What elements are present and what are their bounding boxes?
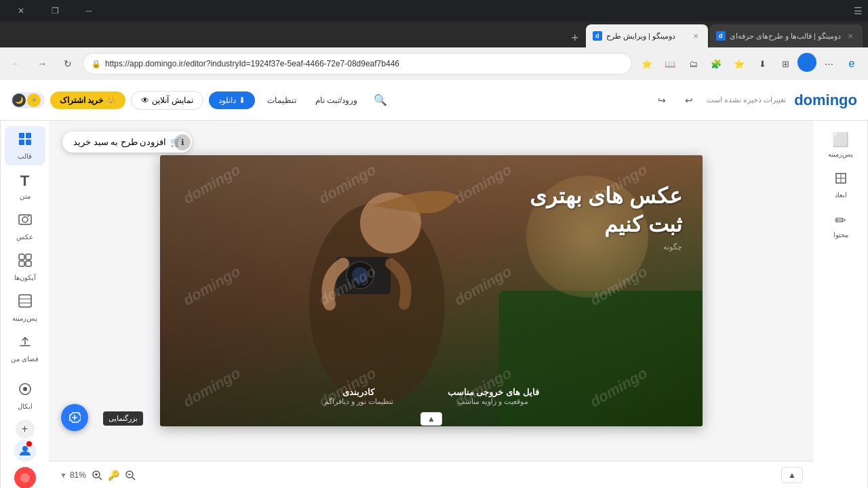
favorites-button[interactable]: ⭐ (728, 53, 750, 75)
right-tool-text[interactable]: T متن (5, 167, 45, 205)
url-bar[interactable]: 🔒 https://app.domingo.ir/editor?industry… (83, 53, 632, 75)
login-button[interactable]: ورود/ثبت نام (309, 92, 365, 109)
svg-rect-27 (26, 261, 31, 266)
download-icon: ⬇ (239, 96, 245, 105)
right-tool-upload[interactable]: فضای من (5, 329, 45, 368)
tool-background[interactable]: ⬜ پس‌زمینه (819, 126, 863, 163)
svg-rect-21 (19, 215, 31, 224)
right-tool-background[interactable]: پس‌زمینه (5, 288, 45, 327)
add-to-cart-button[interactable]: 🛒 افزودن طرح به سبد خرید (62, 131, 192, 152)
tab-1-favicon: d (716, 31, 726, 41)
download-button[interactable]: ⬇ دانلود (209, 92, 255, 109)
svg-rect-24 (19, 254, 24, 260)
svg-rect-28 (19, 295, 31, 307)
right-tool-template[interactable]: قالب (5, 126, 45, 165)
svg-rect-20 (26, 140, 31, 145)
canvas-wrapper: 🛒 افزودن طرح به سبد خرید ℹ (49, 121, 814, 461)
info-item-2: کادربندی تنظیمات نور و دیافراگم (324, 387, 393, 406)
theme-toggle[interactable]: 🌙 ☀ (11, 92, 45, 108)
tool-dimensions[interactable]: ابعاد (819, 166, 863, 204)
tab-2[interactable]: d دومینگو | ویرایش طرح ✕ (586, 24, 708, 47)
forward-button[interactable]: → (31, 53, 53, 75)
svg-rect-25 (26, 254, 31, 260)
text-label: متن (20, 192, 31, 200)
new-tab-button[interactable]: + (566, 28, 585, 47)
autosave-status: تغییرات ذخیره نشده است (707, 96, 786, 104)
right-toolbar-add-section: + (16, 420, 35, 439)
pan-tool: 🔑 (108, 470, 119, 481)
subscribe-button[interactable]: 👑 خرید اشتراک (50, 92, 125, 109)
title-bar-right: ─ ❐ ✕ (5, 0, 104, 22)
collapse-section-button[interactable]: ▲ (420, 412, 442, 426)
background-tool-label: پس‌زمینه (828, 150, 853, 158)
add-to-favorites-button[interactable]: ⭐ (636, 53, 658, 75)
restore-button[interactable]: ❐ (39, 0, 71, 22)
red-dot-button[interactable] (14, 467, 36, 488)
tab-2-favicon: d (593, 31, 602, 41)
info-desc-1: موقعیت و زاویه مناسب (448, 397, 539, 406)
tab-bar: d دومینگو | قالب‌ها و طرح‌های حرفه‌ای ✕ … (0, 22, 868, 47)
browser-menu-icon[interactable]: ☰ (852, 5, 863, 16)
right-tool-brand[interactable]: ایکال (5, 376, 45, 415)
tab-2-title: دومینگو | ویرایش طرح (606, 32, 686, 41)
canvas-text-overlay: عکس های بهتری ثبت کنیم چگونه (530, 182, 682, 251)
magnify-button[interactable] (61, 404, 88, 431)
minimize-button[interactable]: ─ (73, 0, 104, 22)
collections-button[interactable]: 🗂 (682, 53, 704, 75)
template-icon (18, 131, 33, 150)
upload-svg-icon (18, 334, 33, 349)
right-tool-photo[interactable]: عکس (5, 207, 45, 246)
canvas-title-line1: عکس های بهتری (530, 184, 682, 208)
title-bar: ☰ ─ ❐ ✕ (0, 0, 868, 22)
browser-extensions-button[interactable]: ⊞ (774, 53, 796, 75)
tab-2-close[interactable]: ✕ (690, 30, 701, 41)
reading-mode-button[interactable]: 📖 (659, 53, 681, 75)
tab-1[interactable]: d دومینگو | قالب‌ها و طرح‌های حرفه‌ای ✕ (709, 24, 863, 47)
browser-menu-button[interactable]: ⋯ (818, 53, 840, 75)
section-up-button[interactable]: ▲ (781, 467, 803, 483)
reload-button[interactable]: ↻ (57, 53, 79, 75)
canvas-area: 🛒 افزودن طرح به سبد خرید ℹ (49, 121, 814, 488)
info-desc-2: تنظیمات نور و دیافراگم (324, 397, 393, 406)
svg-rect-18 (26, 133, 31, 138)
zoom-out-button[interactable] (122, 467, 138, 483)
header-search-icon[interactable]: 🔍 (370, 89, 391, 111)
profile-button[interactable]: 👤 (797, 53, 816, 72)
subscribe-icon: 👑 (106, 96, 116, 105)
bottom-center: ▲ (781, 467, 803, 483)
extensions-button[interactable]: 🧩 (705, 53, 727, 75)
dimensions-tool-icon (834, 171, 848, 188)
zoom-in-icon (92, 470, 102, 481)
online-preview-button[interactable]: نمایش آنلاین 👁 (131, 91, 203, 110)
svg-rect-26 (19, 261, 24, 266)
canvas-title-line2: ثبت کنیم (604, 212, 682, 237)
settings-button[interactable]: تنظیمات (260, 92, 303, 109)
address-actions: ⭐ 📖 🗂 🧩 ⭐ ⬇ ⊞ 👤 ⋯ e (636, 53, 863, 75)
close-button[interactable]: ✕ (5, 0, 37, 22)
edge-icon[interactable]: e (841, 53, 863, 75)
brand-icon (18, 382, 33, 400)
template-svg-icon (18, 131, 33, 146)
browser-chrome: ☰ ─ ❐ ✕ d دومینگو | قالب‌ها و طرح‌های حر… (0, 0, 868, 488)
brand-svg-icon (18, 382, 33, 396)
undo-button[interactable]: ↩ (679, 91, 698, 110)
notification-badge (26, 441, 32, 447)
key-icon: 🔑 (108, 470, 119, 481)
add-element-button[interactable]: + (16, 420, 35, 439)
info-title-2: کادربندی (324, 387, 393, 397)
info-icon[interactable]: ℹ (174, 134, 191, 150)
redo-button[interactable]: ↪ (652, 91, 671, 110)
downloads-button[interactable]: ⬇ (751, 53, 773, 75)
notification-button[interactable] (14, 440, 36, 462)
zoom-in-button[interactable] (89, 467, 105, 483)
svg-point-33 (22, 446, 28, 451)
design-canvas[interactable]: domingo domingo domingo domingo domingo … (160, 155, 703, 426)
tool-content[interactable]: ✏ محتوا (819, 207, 863, 244)
upload-label: فضای من (11, 355, 39, 363)
canvas-main-title: عکس های بهتری ثبت کنیم (530, 182, 682, 239)
right-tool-icons[interactable]: آیکون‌ها (5, 247, 45, 287)
back-button[interactable]: ← (5, 53, 27, 75)
tab-1-close[interactable]: ✕ (845, 30, 856, 41)
online-label: نمایش آنلاین (152, 96, 193, 105)
red-dot-inner (20, 473, 30, 483)
